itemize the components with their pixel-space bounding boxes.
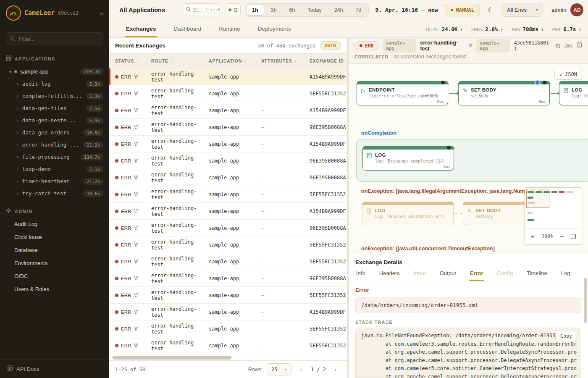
column-header-attributes[interactable]: ATTRIBUTES ↕ (261, 58, 310, 63)
flow-node-set-body[interactable]: ✎ SET BODY setBody 0ms (458, 81, 550, 105)
flow-node-completion-log[interactable]: LOG log: Exchange completed [${exchan 1m… (362, 146, 454, 171)
sidebar-admin-environments[interactable]: Environments (0, 257, 109, 270)
detail-tab-timeline[interactable]: Timeline (526, 268, 548, 281)
minimap-viewport[interactable] (526, 189, 549, 208)
time-range-today[interactable]: Today (302, 5, 327, 16)
route-flow-canvas[interactable]: ↓ JSON ▷ ENDPOINT timer:errorTest?period… (349, 63, 588, 254)
column-header-application[interactable]: APPLICATION ↕ (209, 58, 261, 63)
dark-mode-toggle[interactable]: ☾ (484, 3, 498, 17)
exchange-row[interactable]: ERR error-handling-test sample-app — A15… (109, 136, 347, 152)
status-dot (115, 260, 118, 263)
exchange-row[interactable]: ERR error-handling-test sample-app — 5EF… (109, 85, 347, 102)
detail-tab-error[interactable]: Error (469, 268, 484, 281)
exchange-row[interactable]: ERR error-handling-test sample-app — 5EF… (109, 236, 347, 253)
tab-runtime[interactable]: Runtime (218, 21, 241, 37)
flow-node-log[interactable]: LOG log: Sta (559, 81, 588, 105)
sidebar-route-error-handling[interactable]: › error-handling-... 21.2k (0, 139, 109, 151)
zoom-fit-button[interactable] (571, 234, 576, 239)
route-count-badge: 5.3k (86, 81, 103, 87)
detail-tab-headers[interactable]: Headers (378, 268, 401, 281)
exchange-row[interactable]: ERR error-handling-test sample-app — 5EF… (109, 320, 347, 337)
sidebar-admin-oidc[interactable]: OIDC (0, 270, 109, 283)
env-select[interactable]: All Envs ▾ (502, 3, 543, 17)
column-header-status[interactable]: STATUS ↕ (109, 58, 151, 63)
manual-mode-button[interactable]: MANUAL (445, 4, 480, 16)
sidebar-route-data-gen-orders[interactable]: › data-gen-orders 10.6k (0, 126, 109, 139)
copy-icon[interactable] (556, 43, 560, 48)
sidebar-route-file-processing[interactable]: › file-processing 114.7k (0, 151, 109, 163)
avatar[interactable]: AD (570, 3, 583, 16)
sidebar-admin-users-roles[interactable]: Users & Roles (0, 283, 109, 296)
sidebar-route-try-catch-test[interactable]: › try-catch-test 10.6k (0, 187, 109, 200)
app-chip[interactable]: sample-app (383, 39, 417, 52)
exchange-row[interactable]: ERR error-handling-test sample-app — A15… (109, 102, 347, 119)
sidebar-route-timer-heartbeat[interactable]: › timer-heartbeat 21.2k (0, 175, 109, 187)
exchange-row[interactable]: ERR error-handling-test sample-app — A15… (109, 68, 347, 85)
attributes-cell: — (261, 158, 310, 164)
sidebar-route-complex-fulfillm[interactable]: › complex-fulfillm... 5.3k (0, 90, 109, 102)
tab-exchanges[interactable]: Exchanges (125, 21, 157, 37)
exchange-row[interactable]: ERR error-handling-test sample-app — 5EF… (109, 337, 347, 354)
time-range-7d[interactable]: 7d (350, 5, 368, 16)
download-json-button[interactable]: ↓ JSON (554, 69, 582, 80)
rows-per-page-select[interactable]: 25 ▾ (267, 363, 291, 375)
zoom-in-button[interactable]: + (531, 234, 535, 239)
exchange-row[interactable]: ERR error-handling-test sample-app — 96E… (109, 152, 347, 169)
time-range-1h[interactable]: 1h (246, 5, 264, 16)
exchange-row[interactable]: ERR error-handling-test sample-app — 96E… (109, 169, 347, 186)
tab-dashboard[interactable]: Dashboard (173, 21, 202, 37)
sidebar-admin-clickhouse[interactable]: ClickHouse (0, 231, 109, 244)
app-chip-secondary[interactable]: sample-app (476, 39, 510, 52)
flow-node-endpoint[interactable]: ▷ ENDPOINT timer:errorTest?period=5000&d… (357, 81, 448, 105)
sidebar-admin-database[interactable]: Database (0, 244, 109, 257)
exchange-id[interactable]: 43ee9811b801-1 (514, 40, 560, 52)
exchange-row[interactable]: ERR error-handling-test sample-app — 5EF… (109, 186, 347, 203)
sidebar-collapse-icon[interactable]: « (100, 10, 103, 17)
sidebar-route-data-gen-files[interactable]: › data-gen-files 7.5k (0, 102, 109, 114)
prev-page-button[interactable]: ‹ (296, 364, 307, 375)
copy-exchange-icon[interactable] (577, 42, 582, 50)
copy-button[interactable]: Copy (555, 331, 577, 341)
detail-tab-info[interactable]: Info (355, 268, 366, 281)
vertical-scrollbar[interactable] (584, 278, 587, 323)
route-name[interactable]: error-handling-test (420, 40, 472, 52)
flow-minimap[interactable]: + 100% − (525, 187, 582, 245)
auto-refresh-badge[interactable]: AUTO (320, 41, 341, 50)
search-box[interactable]: S... Ctrl+K (183, 3, 220, 16)
exchange-row[interactable]: ERR error-handling-test sample-app — 96E… (109, 220, 347, 236)
sidebar-filter-input[interactable] (6, 32, 103, 45)
exchange-row[interactable]: ERR error-handling-test sample-app — 5EF… (109, 287, 347, 304)
scrollbar-thumb[interactable] (113, 356, 231, 360)
exchange-row[interactable]: ERR error-handling-test sample-app — 96E… (109, 270, 347, 287)
column-header-route[interactable]: ROUTE ↕ (151, 58, 209, 63)
attributes-cell: — (261, 326, 310, 332)
sidebar-route-audit-log[interactable]: › audit-log 5.3k (0, 78, 109, 90)
detail-tab-input[interactable]: Input (413, 268, 427, 281)
time-range-6h[interactable]: 6h (284, 5, 301, 16)
detail-tab-log[interactable]: Log (560, 268, 571, 281)
sort-icon: ↕ (136, 59, 139, 63)
exchange-row[interactable]: ERR error-handling-test sample-app — A15… (109, 304, 347, 320)
sidebar-app-sample-app[interactable]: ▾ sample app 209.3k (0, 65, 109, 78)
horizontal-scrollbar[interactable] (113, 356, 344, 360)
zoom-out-button[interactable]: − (560, 234, 564, 239)
sidebar-admin-audit-log[interactable]: Audit Log (0, 218, 109, 231)
time-range-3h[interactable]: 3h (265, 5, 283, 16)
time-range-24h[interactable]: 24h (328, 5, 349, 16)
live-toggle[interactable]: O (225, 3, 241, 16)
sidebar-route-data-gen-neste[interactable]: › data-gen-neste... 5.9k (0, 114, 109, 126)
exchange-row[interactable]: ERR error-handling-test sample-app — 5EF… (109, 253, 347, 270)
api-docs-link[interactable]: API Docs (0, 360, 109, 378)
detail-tab-output[interactable]: Output (439, 268, 457, 281)
flow-node-exception-log[interactable]: LOG log: Handled validation error: ${exc… (362, 202, 454, 225)
column-header-exchange-id[interactable]: EXCHANGE ID ↕ (310, 58, 347, 63)
exchange-row[interactable]: ERR error-handling-test sample-app — A15… (109, 203, 347, 220)
time-to: now (428, 7, 438, 13)
next-page-button[interactable]: › (330, 364, 341, 375)
tab-deployments[interactable]: Deployments (257, 21, 292, 37)
sidebar-route-loop-demo[interactable]: › loop-demo 7.1k (0, 163, 109, 175)
detail-tab-config[interactable]: Config (496, 268, 514, 281)
minimap-canvas[interactable] (525, 188, 582, 228)
exchange-row[interactable]: ERR error-handling-test sample-app — 96E… (109, 119, 347, 136)
time-range-display[interactable]: 9. Apr. 16:16 – now (373, 7, 441, 13)
